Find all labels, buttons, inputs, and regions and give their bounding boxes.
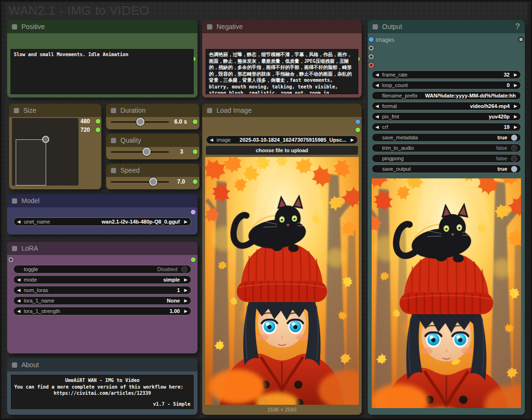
toggle-knob[interactable] xyxy=(511,166,517,172)
collapse-icon[interactable] xyxy=(111,108,116,113)
input-slot-optional-1[interactable] xyxy=(369,46,374,51)
input-image-preview[interactable] xyxy=(205,157,359,405)
decrement-icon[interactable]: ◀ xyxy=(17,218,23,225)
decrement-icon[interactable]: ◀ xyxy=(17,307,23,315)
decrement-icon[interactable]: ◀ xyxy=(17,276,23,283)
loop-count-widget[interactable]: ◀ loop_count 0 ▶ xyxy=(372,81,521,89)
comfyui-canvas: WAN2.1 - IMG to VIDEO xyxy=(0,0,532,420)
decrement-icon[interactable]: ◀ xyxy=(375,71,382,78)
increment-icon[interactable]: ▶ xyxy=(181,218,187,225)
collapse-icon[interactable] xyxy=(14,108,19,113)
collapse-icon[interactable] xyxy=(12,24,17,29)
about-textarea[interactable]: UmeAiRT WAN - IMG to Video You can find … xyxy=(11,375,194,409)
decrement-icon[interactable]: ◀ xyxy=(210,136,216,144)
output-slot-model[interactable] xyxy=(191,210,196,215)
output-slot-width[interactable] xyxy=(96,119,100,124)
pix-fmt-widget[interactable]: ◀ pix_fmt yuv420p ▶ xyxy=(372,112,521,121)
decrement-icon[interactable]: ◀ xyxy=(17,297,23,304)
size-drag-handle[interactable] xyxy=(42,136,49,143)
decrement-icon[interactable]: ◀ xyxy=(375,123,382,131)
node-duration-header[interactable]: Duration xyxy=(106,104,199,117)
speed-slider-handle[interactable] xyxy=(149,178,158,186)
collapse-icon[interactable] xyxy=(207,24,212,29)
collapse-icon[interactable] xyxy=(12,246,17,251)
lora-mode-widget[interactable]: ◀ mode simple ▶ xyxy=(13,275,191,284)
toggle-knob[interactable] xyxy=(511,145,517,151)
speed-slider-track[interactable] xyxy=(111,181,169,183)
size-aspect-rect[interactable] xyxy=(16,139,46,186)
output-slot-mask[interactable] xyxy=(355,127,360,132)
input-slot-model[interactable] xyxy=(9,257,14,263)
input-slot-audio[interactable] xyxy=(369,63,374,68)
quality-slider-track[interactable] xyxy=(111,151,169,153)
node-about-header[interactable]: About xyxy=(7,358,197,371)
lora-num-loras-widget[interactable]: ◀ num_loras 1 ▶ xyxy=(13,286,191,294)
increment-icon[interactable]: ▶ xyxy=(511,81,517,89)
increment-icon[interactable]: ▶ xyxy=(181,307,187,315)
output-slot-duration[interactable] xyxy=(193,119,197,124)
increment-icon[interactable]: ▶ xyxy=(511,102,517,110)
node-output-header[interactable]: Output xyxy=(368,20,525,33)
collapse-icon[interactable] xyxy=(373,24,378,29)
decrement-icon[interactable]: ◀ xyxy=(375,102,382,110)
lora-1-name-widget[interactable]: ◀ lora_1_name None ▶ xyxy=(13,296,191,305)
toggle-knob[interactable] xyxy=(511,156,517,162)
help-icon[interactable]: ? xyxy=(515,22,520,31)
output-slot-speed[interactable] xyxy=(193,179,197,184)
node-lora-header[interactable]: LoRA xyxy=(7,242,197,255)
toggle-knob[interactable] xyxy=(181,266,187,273)
pingpong-widget[interactable]: pingpong false xyxy=(372,154,521,163)
trim-to-audio-widget[interactable]: trim_to_audio false xyxy=(372,144,521,152)
format-widget[interactable]: ◀ format video/h264-mp4 ▶ xyxy=(372,102,521,110)
output-slot-lora[interactable] xyxy=(191,257,196,262)
increment-icon[interactable]: ▶ xyxy=(348,136,354,144)
filename-prefix-widget[interactable]: filename_prefix WAN/%date:yyyy-MM-dd%/%d… xyxy=(372,91,521,100)
input-slot-optional-2[interactable] xyxy=(369,54,374,59)
collapse-icon[interactable] xyxy=(207,108,212,113)
node-model-header[interactable]: Model xyxy=(7,194,197,207)
collapse-icon[interactable] xyxy=(12,362,17,368)
decrement-icon[interactable]: ◀ xyxy=(17,286,23,294)
increment-icon[interactable]: ▶ xyxy=(181,286,187,294)
choose-file-button[interactable]: choose file to upload xyxy=(206,146,358,155)
about-link: https://civitai.com/articles/12339 xyxy=(14,390,190,397)
widget-value: false xyxy=(495,155,509,162)
crf-widget[interactable]: ◀ crf 19 ▶ xyxy=(372,123,521,131)
increment-icon[interactable]: ▶ xyxy=(181,297,187,304)
image-combo-widget[interactable]: ◀ image 2025-03-10-1824_162473075915985_… xyxy=(206,136,358,144)
lora-toggle-widget[interactable]: toggle Disabled xyxy=(13,265,191,273)
positive-prompt-textarea[interactable]: Slow and small Movements. Idle Animation xyxy=(10,49,194,94)
node-load-image: Load Image ◀ image 2025-03-10-1824_16247… xyxy=(202,104,362,415)
unet-name-widget[interactable]: ◀ unet_name wan2.1-i2v-14b-480p-Q8_0.ggu… xyxy=(13,217,191,226)
output-slot-quality[interactable] xyxy=(193,149,197,154)
input-slot-images[interactable] xyxy=(369,37,374,42)
collapse-icon[interactable] xyxy=(12,198,17,204)
node-speed-header[interactable]: Speed xyxy=(106,164,199,177)
increment-icon[interactable]: ▶ xyxy=(181,276,187,283)
node-size-header[interactable]: Size xyxy=(9,104,101,117)
quality-slider-handle[interactable] xyxy=(143,148,151,156)
output-slot-height[interactable] xyxy=(96,127,100,132)
duration-slider-handle[interactable] xyxy=(137,118,145,126)
node-positive-header[interactable]: Positive xyxy=(7,20,197,33)
node-negative-header[interactable]: Negative xyxy=(202,20,362,33)
increment-icon[interactable]: ▶ xyxy=(511,71,517,78)
lora-1-strength-widget[interactable]: ◀ lora_1_strength 1.00 ▶ xyxy=(13,307,191,315)
increment-icon[interactable]: ▶ xyxy=(511,123,517,131)
save-output-widget[interactable]: save_output true xyxy=(372,165,521,173)
decrement-icon[interactable]: ◀ xyxy=(375,81,382,89)
node-quality-header[interactable]: Quality xyxy=(106,134,199,147)
output-slot-image[interactable] xyxy=(355,119,360,124)
increment-icon[interactable]: ▶ xyxy=(511,113,517,120)
output-video-preview[interactable] xyxy=(372,178,521,408)
negative-prompt-textarea[interactable]: 色调艳丽，过曝，静态，细节模糊不清，字幕，风格，作品，画作，画面，静止，整体发灰… xyxy=(206,49,358,94)
save-metadata-widget[interactable]: save_metadata true xyxy=(372,133,521,142)
size-preview-canvas[interactable] xyxy=(12,118,79,186)
decrement-icon[interactable]: ◀ xyxy=(375,113,382,120)
node-load-image-header[interactable]: Load Image xyxy=(202,104,362,117)
collapse-icon[interactable] xyxy=(111,138,116,143)
toggle-knob[interactable] xyxy=(511,135,517,141)
frame-rate-widget[interactable]: ◀ frame_rate 32 ▶ xyxy=(372,70,521,79)
collapse-icon[interactable] xyxy=(111,168,116,173)
output-slot-filenames[interactable] xyxy=(519,37,524,42)
